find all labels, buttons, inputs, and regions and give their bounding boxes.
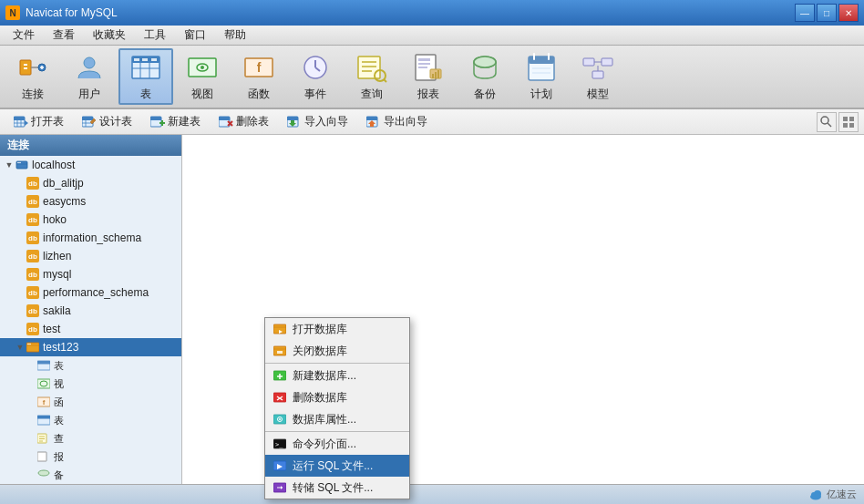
tree-item-performance-schema[interactable]: ▶ db performance_schema (0, 283, 181, 302)
tree-item-easycms[interactable]: ▶ db easycms (0, 192, 181, 211)
toolbar-report-label: 报表 (417, 87, 439, 102)
close-button[interactable]: ✕ (838, 4, 859, 22)
import-wizard-btn[interactable]: 导入向导 (279, 112, 356, 132)
design-table-btn[interactable]: 设计表 (74, 112, 140, 132)
ctx-db-props-icon (273, 412, 287, 427)
spacer7: ▶ (15, 287, 26, 298)
tree-item-mysql[interactable]: ▶ db mysql (0, 265, 181, 283)
open-table-btn[interactable]: 打开表 (5, 112, 72, 132)
tree-item-test[interactable]: ▶ db test (0, 320, 181, 338)
tree-item-localhost[interactable]: ▼ localhost (0, 156, 181, 174)
toolbar-function[interactable]: f 函数 (231, 48, 286, 105)
tree-item-test123[interactable]: ▼ test123 (0, 338, 181, 356)
menu-file[interactable]: 文件 (4, 26, 44, 45)
svg-point-84 (19, 162, 21, 164)
tree-sub-backup[interactable]: . 备 (0, 466, 181, 484)
spacer-sub7: . (26, 468, 36, 481)
function-icon: f (242, 51, 275, 84)
toolbar-user-label: 用户 (78, 87, 100, 102)
toolbar-backup[interactable]: 备份 (458, 48, 512, 105)
hoko-label: hoko (43, 213, 67, 226)
ctx-delete-db-icon (273, 390, 287, 405)
svg-rect-35 (432, 74, 434, 78)
ctx-separator-1 (265, 363, 409, 364)
svg-rect-33 (418, 67, 427, 68)
toolbar-connect[interactable]: 连接 (5, 48, 60, 105)
tree-sub-table[interactable]: . 表 (0, 356, 181, 375)
toolbar-user[interactable]: 用户 (62, 48, 117, 105)
export-wizard-label: 导出向导 (384, 114, 427, 129)
minimize-button[interactable]: — (795, 4, 815, 22)
svg-rect-47 (602, 58, 612, 66)
import-wizard-icon (287, 116, 302, 129)
toolbar-report[interactable]: 报表 (401, 48, 456, 105)
toolbar-schedule[interactable]: 计划 (514, 48, 569, 105)
menu-window[interactable]: 窗口 (175, 26, 215, 45)
ctx-delete-db[interactable]: 删除数据库 (265, 386, 409, 408)
menu-favorites[interactable]: 收藏夹 (84, 26, 135, 45)
spacer9: ▶ (15, 324, 26, 334)
menu-view[interactable]: 查看 (44, 26, 84, 45)
window-controls: — □ ✕ (795, 4, 859, 22)
ctx-close-db[interactable]: 关闭数据库 (265, 340, 409, 362)
tree-item-hoko[interactable]: ▶ db hoko (0, 211, 181, 229)
svg-rect-62 (150, 117, 161, 120)
tree-item-db-alitjp[interactable]: ▶ db db_alitjp (0, 174, 181, 192)
tree-sub-table2[interactable]: . 表 (0, 411, 181, 429)
svg-rect-36 (435, 72, 437, 78)
tree-item-lizhen[interactable]: ▶ db lizhen (0, 247, 181, 265)
search-button[interactable] (817, 112, 837, 132)
export-wizard-icon (366, 116, 381, 129)
context-menu: 打开数据库 关闭数据库 (264, 317, 410, 499)
toolbar-connect-label: 连接 (22, 87, 44, 102)
ctx-open-db[interactable]: 打开数据库 (265, 318, 409, 340)
ctx-new-db[interactable]: 新建数据库... (265, 365, 409, 386)
export-wizard-btn[interactable]: 导出向导 (358, 112, 436, 132)
toolbar-model[interactable]: 模型 (571, 48, 625, 105)
ctx-run-sql[interactable]: 运行 SQL 文件... (265, 455, 409, 477)
app-icon: N (5, 5, 20, 20)
ctx-cmd-line[interactable]: >_ 命令列介面... (265, 433, 409, 455)
sub-query-icon (36, 431, 51, 446)
tree-item-sakila[interactable]: ▶ db sakila (0, 302, 181, 320)
toolbar-model-label: 模型 (587, 87, 609, 102)
toolbar-view[interactable]: 视图 (175, 48, 230, 105)
view-icon (186, 51, 219, 84)
tree-sub-view[interactable]: . 视 (0, 375, 181, 393)
tree-sub-report[interactable]: . 报 (0, 447, 181, 466)
performance-schema-icon: db (26, 285, 40, 300)
ctx-new-db-label: 新建数据库... (293, 368, 356, 384)
delete-table-label: 删除表 (236, 114, 269, 129)
user-icon (73, 51, 106, 84)
toolbar-query[interactable]: 查询 (345, 48, 399, 105)
query-icon (355, 51, 388, 84)
main-toolbar: 连接 用户 表 (0, 46, 864, 109)
toolbar-table[interactable]: 表 (118, 48, 173, 105)
spacer: ▶ (15, 178, 26, 189)
test-icon: db (26, 322, 40, 336)
spacer-sub5: . (26, 432, 36, 445)
ctx-db-props[interactable]: 数据库属性... (265, 408, 409, 430)
statusbar-logo: 亿速云 (808, 488, 857, 502)
grid-button[interactable] (838, 112, 859, 132)
open-table-label: 打开表 (31, 114, 64, 129)
svg-point-102 (38, 470, 49, 476)
maximize-button[interactable]: □ (817, 4, 837, 22)
tree-sub-fn[interactable]: . f 函 (0, 393, 181, 411)
content-area: 打开数据库 关闭数据库 (182, 135, 864, 484)
ctx-separator-2 (265, 431, 409, 432)
ctx-transfer-sql[interactable]: 转储 SQL 文件... (265, 477, 409, 499)
new-table-btn[interactable]: 新建表 (142, 112, 209, 132)
toolbar-event[interactable]: 事件 (288, 48, 343, 105)
svg-rect-15 (151, 58, 157, 61)
tree-sub-query[interactable]: . 查 (0, 429, 181, 447)
new-table-label: 新建表 (168, 114, 201, 129)
tree-item-information-schema[interactable]: ▶ db information_schema (0, 229, 181, 247)
menu-tools[interactable]: 工具 (135, 26, 175, 45)
menu-help[interactable]: 帮助 (215, 26, 255, 45)
ctx-db-props-label: 数据库属性... (293, 412, 356, 427)
easycms-icon: db (26, 194, 40, 209)
delete-table-btn[interactable]: 删除表 (211, 112, 277, 132)
svg-point-75 (821, 117, 828, 124)
svg-rect-46 (583, 58, 594, 66)
